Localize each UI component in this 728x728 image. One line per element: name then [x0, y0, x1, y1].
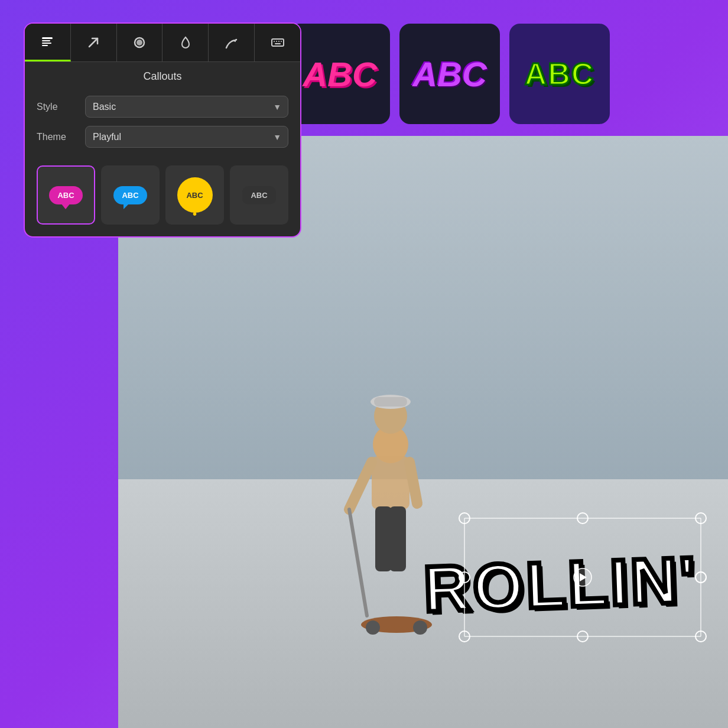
callout-item-pink[interactable]: ABC [37, 165, 95, 225]
style-thumb-2[interactable]: ABC [399, 24, 500, 124]
theme-select[interactable]: Playful Professional Bold [85, 126, 288, 148]
theme-label: Theme [37, 132, 78, 142]
callout-text-pink: ABC [57, 191, 74, 200]
svg-point-11 [366, 620, 380, 635]
pen-tool-button[interactable] [209, 24, 255, 61]
callout-text-dark: ABC [251, 191, 267, 200]
svg-rect-32 [42, 37, 53, 39]
callout-item-yellow[interactable]: ABC [165, 165, 224, 225]
style-row: Style Basic Fancy Bold ▼ [37, 96, 288, 118]
theme-select-wrapper: Playful Professional Bold ▼ [85, 126, 288, 148]
arrow-icon [86, 35, 100, 50]
shape-tool-button[interactable] [117, 24, 163, 61]
keyboard-icon [271, 35, 285, 50]
arrow-tool-button[interactable] [71, 24, 117, 61]
shape-icon [132, 35, 147, 50]
callout-bubble-blue: ABC [113, 186, 147, 204]
svg-line-9 [349, 509, 367, 616]
callout-grid: ABC ABC ABC ABC [25, 165, 300, 236]
svg-rect-33 [42, 40, 50, 41]
callout-text-yellow: ABC [186, 191, 203, 200]
style-select[interactable]: Basic Fancy Bold [85, 96, 288, 118]
svg-rect-4 [372, 456, 410, 509]
style-thumb-3-text: ABC [525, 56, 595, 92]
rollin-text-overlay: ROLLIN' [422, 542, 699, 626]
svg-rect-8 [389, 506, 406, 571]
panel-form: Style Basic Fancy Bold ▼ Theme Playful P… [25, 89, 300, 165]
panel-title: Callouts [25, 62, 300, 89]
theme-row: Theme Playful Professional Bold ▼ [37, 126, 288, 148]
svg-rect-34 [42, 43, 51, 44]
style-thumb-1-text: ABC [303, 54, 377, 94]
svg-rect-35 [42, 45, 48, 46]
callout-bubble-pink: ABC [49, 186, 82, 204]
text-icon [40, 35, 54, 49]
callout-bubble-dark: ABC [242, 186, 275, 204]
panel-toolbar [25, 24, 300, 62]
style-thumb-3[interactable]: ABC [509, 24, 610, 124]
keyboard-tool-button[interactable] [255, 24, 300, 61]
drop-tool-button[interactable] [162, 24, 209, 61]
callouts-panel: Callouts Style Basic Fancy Bold ▼ Theme … [24, 22, 301, 238]
svg-rect-3 [374, 397, 407, 407]
style-select-wrapper: Basic Fancy Bold ▼ [85, 96, 288, 118]
pen-icon [225, 35, 239, 50]
svg-rect-39 [272, 39, 284, 46]
svg-rect-7 [375, 506, 392, 571]
svg-line-5 [349, 462, 372, 509]
callout-item-dark[interactable]: ABC [230, 165, 288, 225]
callout-bubble-yellow: ABC [177, 177, 213, 213]
svg-line-6 [410, 462, 417, 503]
style-thumbnails-row: ABC ABC ABC [290, 24, 610, 124]
style-thumb-1[interactable]: ABC [290, 24, 390, 124]
drop-icon [178, 35, 193, 50]
style-thumb-2-text: ABC [412, 54, 487, 94]
callout-item-blue[interactable]: ABC [101, 165, 160, 225]
svg-line-36 [89, 38, 98, 47]
callout-text-blue: ABC [122, 191, 138, 200]
style-label: Style [37, 102, 78, 112]
svg-point-38 [136, 40, 142, 46]
text-tool-button[interactable] [25, 24, 71, 61]
